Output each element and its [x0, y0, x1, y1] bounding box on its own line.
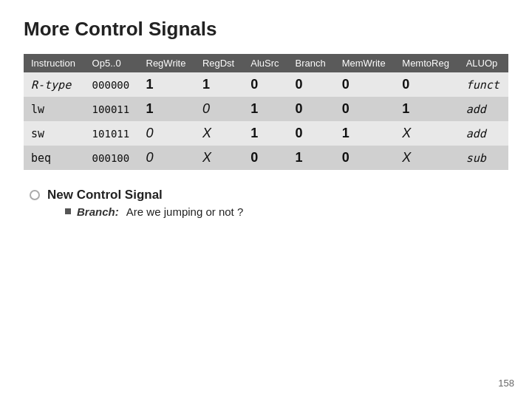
list-item: New Control Signal Branch: Are we jumpin… — [30, 188, 508, 221]
cell-memtoreg: X — [395, 146, 458, 170]
col-header-aluop: ALUOp — [459, 54, 508, 72]
table-header-row: Instruction Op5..0 RegWrite RegDst AluSr… — [24, 54, 508, 72]
cell-regwrite: 1 — [139, 97, 195, 121]
col-header-alusrc: AluSrc — [243, 54, 287, 72]
cell-regdst: 0 — [195, 97, 243, 121]
col-header-regwrite: RegWrite — [139, 54, 195, 72]
col-header-op: Op5..0 — [85, 54, 139, 72]
cell-op: 000100 — [85, 146, 139, 170]
cell-memwrite: 0 — [335, 146, 395, 170]
branch-label: Branch: — [77, 205, 119, 218]
col-header-instruction: Instruction — [24, 54, 85, 72]
cell-branch: 0 — [288, 121, 335, 146]
cell-aluop: sub — [459, 146, 508, 170]
section-title: New Control Signal — [47, 188, 163, 202]
section-list: New Control Signal Branch: Are we jumpin… — [24, 188, 508, 221]
cell-instruction: sw — [24, 121, 85, 146]
cell-memwrite: 0 — [335, 72, 395, 97]
page-title: More Control Signals — [24, 18, 508, 41]
table-row: R-type 000000 1 1 0 0 0 0 funct — [24, 72, 508, 97]
cell-memtoreg: X — [395, 121, 458, 146]
sub-item-text: Branch: Are we jumping or not ? — [77, 205, 243, 218]
cell-alusrc: 1 — [243, 97, 287, 121]
cell-op: 101011 — [85, 121, 139, 146]
cell-regwrite: 0 — [139, 121, 195, 146]
cell-aluop: funct — [459, 72, 508, 97]
section-content: New Control Signal Branch: Are we jumpin… — [47, 188, 243, 221]
cell-op: 000000 — [85, 72, 139, 97]
cell-memtoreg: 0 — [395, 72, 458, 97]
cell-aluop: add — [459, 121, 508, 146]
square-bullet-icon — [65, 208, 71, 214]
cell-instruction: R-type — [24, 72, 85, 97]
cell-regdst: 1 — [195, 72, 243, 97]
sub-list: Branch: Are we jumping or not ? — [47, 205, 243, 218]
cell-branch: 0 — [288, 97, 335, 121]
cell-memwrite: 1 — [335, 121, 395, 146]
cell-aluop: add — [459, 97, 508, 121]
control-signals-table: Instruction Op5..0 RegWrite RegDst AluSr… — [24, 54, 508, 170]
cell-alusrc: 0 — [243, 146, 287, 170]
col-header-branch: Branch — [288, 54, 335, 72]
col-header-memtoreg: MemtoReg — [395, 54, 458, 72]
cell-alusrc: 0 — [243, 72, 287, 97]
cell-regwrite: 1 — [139, 72, 195, 97]
cell-memtoreg: 1 — [395, 97, 458, 121]
cell-instruction: beq — [24, 146, 85, 170]
table-row: sw 101011 0 X 1 0 1 X add — [24, 121, 508, 146]
cell-regwrite: 0 — [139, 146, 195, 170]
page-container: More Control Signals Instruction Op5..0 … — [0, 0, 532, 245]
cell-memwrite: 0 — [335, 97, 395, 121]
col-header-memwrite: MemWrite — [335, 54, 395, 72]
table-row: lw 100011 1 0 1 0 0 1 add — [24, 97, 508, 121]
page-number: 158 — [498, 378, 514, 389]
cell-op: 100011 — [85, 97, 139, 121]
sub-list-item: Branch: Are we jumping or not ? — [65, 205, 243, 218]
cell-branch: 0 — [288, 72, 335, 97]
cell-regdst: X — [195, 121, 243, 146]
cell-branch: 1 — [288, 146, 335, 170]
circle-bullet-icon — [30, 190, 40, 200]
cell-alusrc: 1 — [243, 121, 287, 146]
col-header-regdst: RegDst — [195, 54, 243, 72]
cell-regdst: X — [195, 146, 243, 170]
branch-description: Are we jumping or not ? — [126, 205, 243, 218]
table-row: beq 000100 0 X 0 1 0 X sub — [24, 146, 508, 170]
cell-instruction: lw — [24, 97, 85, 121]
